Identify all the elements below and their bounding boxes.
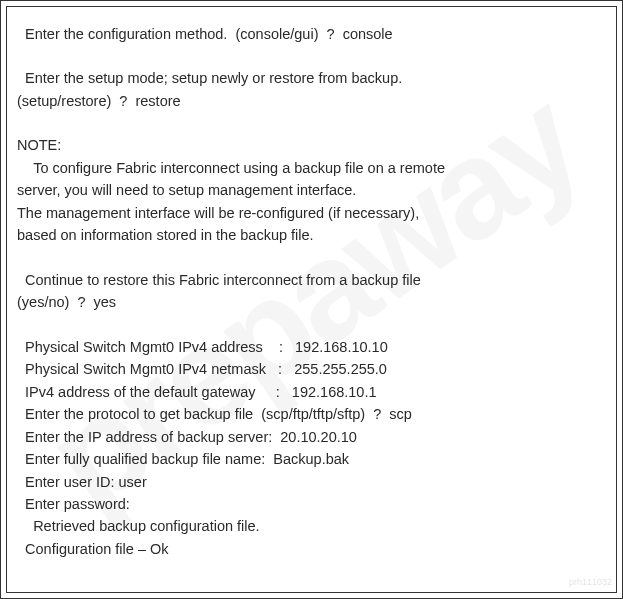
- console-line: Enter the protocol to get backup file (s…: [17, 403, 606, 425]
- console-line: Continue to restore this Fabric intercon…: [17, 269, 606, 291]
- console-line: NOTE:: [17, 134, 606, 156]
- console-line: To configure Fabric interconnect using a…: [17, 157, 606, 179]
- console-line: Physical Switch Mgmt0 IPv4 address : 192…: [17, 336, 606, 358]
- blank-line: [17, 45, 606, 67]
- console-line: (yes/no) ? yes: [17, 291, 606, 313]
- blank-line: [17, 112, 606, 134]
- blank-line: [17, 314, 606, 336]
- outer-border: prepaway Enter the configuration method.…: [0, 0, 623, 599]
- console-line: Physical Switch Mgmt0 IPv4 netmask : 255…: [17, 358, 606, 380]
- console-line: The management interface will be re-conf…: [17, 202, 606, 224]
- console-line: Enter the setup mode; setup newly or res…: [17, 67, 606, 89]
- console-line: Enter the configuration method. (console…: [17, 23, 606, 45]
- console-line: based on information stored in the backu…: [17, 224, 606, 246]
- console-line: IPv4 address of the default gateway : 19…: [17, 381, 606, 403]
- console-line: Enter password:: [17, 493, 606, 515]
- footer-watermark: prh111032: [569, 576, 612, 590]
- console-line: server, you will need to setup managemen…: [17, 179, 606, 201]
- blank-line: [17, 247, 606, 269]
- console-line: Configuration file – Ok: [17, 538, 606, 560]
- console-line: Enter user ID: user: [17, 471, 606, 493]
- console-line: Enter fully qualified backup file name: …: [17, 448, 606, 470]
- console-line: Enter the IP address of backup server: 2…: [17, 426, 606, 448]
- console-line: (setup/restore) ? restore: [17, 90, 606, 112]
- console-line: Retrieved backup configuration file.: [17, 515, 606, 537]
- console-output-box: prepaway Enter the configuration method.…: [6, 6, 617, 593]
